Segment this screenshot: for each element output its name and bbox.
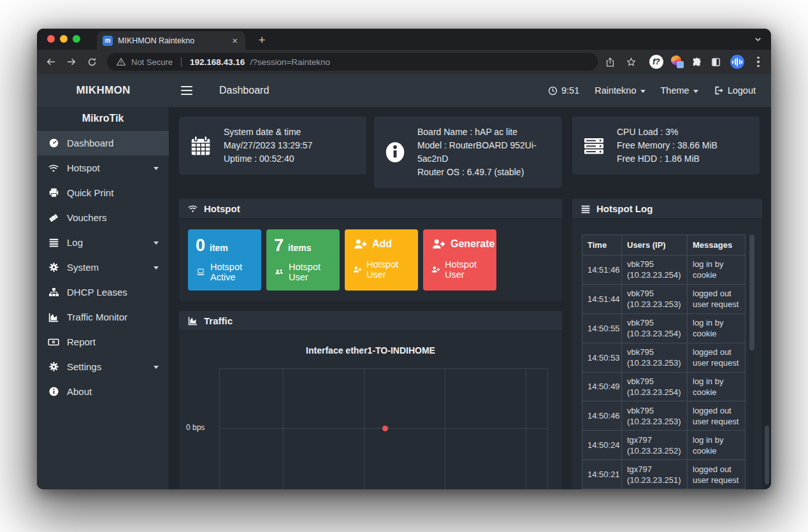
hotspot-log-title: Hotspot Log bbox=[596, 203, 653, 214]
log-time: 14:50:55 bbox=[582, 313, 622, 343]
add-hotspot-user-tile[interactable]: Add Hotspot User bbox=[345, 229, 418, 291]
sidebar-item-system[interactable]: System bbox=[37, 255, 169, 280]
logout-label: Logout bbox=[728, 85, 756, 96]
sidebar-toggle-hamburger-icon[interactable] bbox=[177, 82, 196, 99]
sidebar-item-vouchers[interactable]: Vouchers bbox=[37, 205, 169, 230]
system-datetime-title: System date & time bbox=[224, 126, 312, 139]
hotspot-user-tile[interactable]: 7 items Hotspot User bbox=[266, 229, 340, 291]
back-button[interactable] bbox=[43, 54, 59, 69]
session-menu-label: Raintekno bbox=[595, 85, 636, 96]
hotspot-active-count: 0 bbox=[196, 237, 205, 254]
tab-search-chevron-icon[interactable] bbox=[754, 35, 762, 43]
sidebar-item-label: Hotspot bbox=[67, 162, 100, 173]
sidebar-item-traffic-monitor[interactable]: Traffic Monitor bbox=[37, 305, 169, 329]
audio-extension-icon[interactable] bbox=[730, 54, 745, 69]
sidebar-item-label: Vouchers bbox=[67, 212, 107, 223]
sidebar-item-dashboard[interactable]: Dashboard bbox=[37, 131, 169, 155]
tab-close-icon[interactable]: × bbox=[230, 35, 240, 46]
user-plus-icon bbox=[352, 237, 368, 251]
clock-icon bbox=[548, 86, 558, 96]
sidebar-item-label: About bbox=[67, 386, 92, 397]
chevron-down-icon bbox=[154, 241, 159, 245]
sidebar-router-name: MikroTik bbox=[37, 107, 169, 131]
browser-menu-dots-icon[interactable] bbox=[751, 54, 766, 69]
sidebar-item-report[interactable]: 0 Report bbox=[37, 329, 169, 354]
sidebar-item-log[interactable]: Log bbox=[37, 230, 169, 255]
calendar-icon bbox=[189, 134, 213, 158]
sidebar-item-hotspot[interactable]: Hotspot bbox=[37, 155, 169, 180]
log-message: log in by cookie bbox=[688, 255, 746, 285]
browser-tab[interactable]: m MIKHMON Raintekno × bbox=[97, 31, 245, 50]
theme-menu[interactable]: Theme bbox=[661, 85, 698, 96]
chevron-down-icon bbox=[640, 90, 646, 93]
board-name-value: Board Name : hAP ac lite bbox=[417, 126, 552, 139]
chevron-down-icon bbox=[693, 90, 698, 93]
generate-hotspot-user-tile[interactable]: Generate Hotspot User bbox=[423, 229, 496, 291]
log-row: 14:50:24 tgx797(10.23.23.252) log in by … bbox=[582, 431, 746, 460]
log-message: log in by cookie bbox=[688, 313, 746, 343]
sidebar-item-label: Report bbox=[67, 336, 96, 347]
board-model-value: Model : RouterBOARD 952Ui-5ac2nD bbox=[417, 139, 552, 166]
sidebar-item-about[interactable]: About bbox=[37, 379, 169, 404]
new-tab-button[interactable]: + bbox=[254, 32, 270, 48]
tachometer-icon bbox=[47, 138, 60, 148]
printer-icon bbox=[47, 187, 60, 198]
log-column-header: Time bbox=[582, 235, 622, 255]
hotspot-active-tile[interactable]: 0 item Hotspot Active bbox=[188, 229, 261, 291]
log-message: logged out user request bbox=[688, 284, 746, 313]
log-row: 14:50:46 vbk795(10.23.23.253) logged out… bbox=[582, 401, 746, 431]
sidebar-item-dhcp-leases[interactable]: DHCP Leases bbox=[37, 280, 169, 305]
sidebar-item-label: Traffic Monitor bbox=[67, 312, 127, 322]
info-circle-icon bbox=[384, 140, 407, 165]
wifi-icon bbox=[187, 203, 198, 214]
extensions-puzzle-icon[interactable] bbox=[689, 54, 704, 69]
app-navbar: MIKHMON Dashboard 9:51 Raintekno Theme bbox=[37, 74, 771, 107]
log-scrollbar-thumb[interactable] bbox=[749, 234, 754, 350]
gear-icon bbox=[47, 262, 60, 273]
hotspot-log-table: Time Users (IP) Messages 14:51:46 vbk795… bbox=[582, 234, 746, 489]
hotspot-user-count: 7 bbox=[274, 237, 284, 254]
sidebar-item-quick-print[interactable]: Quick Print bbox=[37, 180, 169, 205]
address-bar[interactable]: Not Secure 192.168.43.16 /?session=Raint… bbox=[107, 53, 598, 71]
not-secure-warning-icon bbox=[116, 57, 126, 67]
logout-icon bbox=[714, 85, 724, 96]
zoom-window-button[interactable] bbox=[73, 35, 80, 43]
chevron-down-icon bbox=[154, 167, 159, 170]
uptime-value: Uptime : 00:52:40 bbox=[224, 152, 312, 166]
page-scrollbar-thumb[interactable] bbox=[765, 426, 769, 484]
server-icon bbox=[582, 134, 606, 157]
share-icon[interactable] bbox=[602, 54, 617, 69]
sidebar-item-settings[interactable]: Settings bbox=[37, 354, 169, 379]
f-question-extension-icon[interactable]: f? bbox=[649, 54, 664, 69]
tab-favicon-icon: m bbox=[103, 36, 113, 46]
window-controls bbox=[47, 35, 80, 43]
log-user-ip: vbk795(10.23.23.254) bbox=[622, 372, 688, 401]
log-row: 14:51:46 vbk795(10.23.23.254) log in by … bbox=[582, 255, 746, 285]
reader-extension-icon[interactable] bbox=[708, 54, 723, 69]
log-row: 14:50:53 vbk795(10.23.23.253) logged out… bbox=[582, 343, 746, 372]
log-time: 14:50:49 bbox=[582, 372, 622, 401]
chevron-down-icon bbox=[154, 366, 159, 369]
sidebar-item-label: Log bbox=[67, 237, 83, 248]
url-path: /?session=Raintekno bbox=[250, 57, 330, 67]
minimize-window-button[interactable] bbox=[60, 35, 68, 43]
session-menu[interactable]: Raintekno bbox=[595, 85, 645, 96]
reload-button[interactable] bbox=[84, 54, 99, 69]
close-window-button[interactable] bbox=[47, 35, 55, 43]
logout-button[interactable]: Logout bbox=[714, 85, 756, 96]
app-brand[interactable]: MIKHMON bbox=[37, 84, 170, 97]
area-chart-icon bbox=[47, 312, 60, 323]
traffic-data-point bbox=[382, 426, 388, 431]
log-row: 14:51:44 vbk795(10.23.23.253) logged out… bbox=[582, 284, 746, 313]
sidebar-item-label: Settings bbox=[67, 361, 101, 372]
palette-extension-icon[interactable] bbox=[670, 54, 685, 69]
url-host: 192.168.43.16 bbox=[190, 57, 245, 67]
url-divider bbox=[181, 57, 182, 67]
log-scrollbar[interactable] bbox=[749, 234, 754, 489]
hotspot-active-unit: item bbox=[210, 238, 228, 253]
forward-button[interactable] bbox=[64, 54, 79, 69]
bookmark-star-icon[interactable] bbox=[623, 54, 638, 69]
log-user-ip: vbk795(10.23.23.254) bbox=[622, 313, 688, 343]
log-message: logged out user request bbox=[688, 460, 746, 489]
clock-time: 9:51 bbox=[561, 85, 579, 96]
